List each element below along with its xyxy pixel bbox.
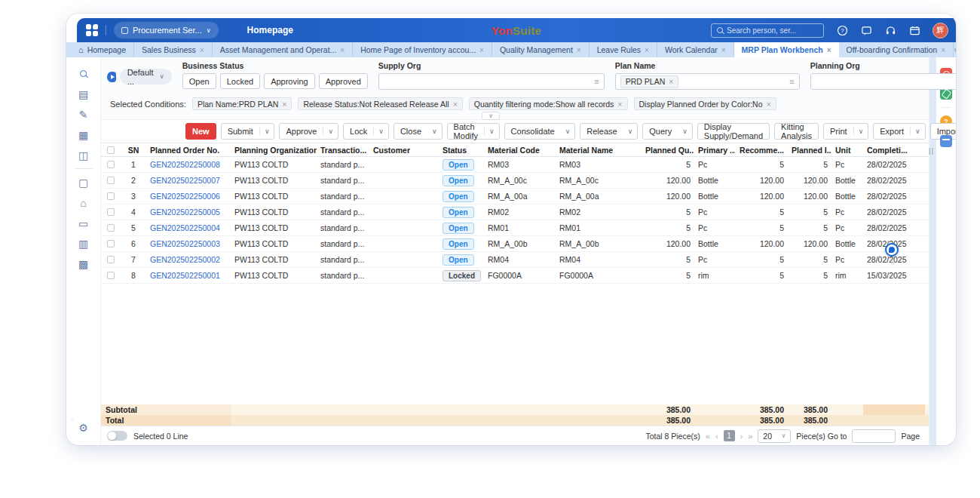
close-icon[interactable]: ×: [479, 46, 484, 54]
pencil-icon[interactable]: ✎: [73, 104, 94, 124]
table-row[interactable]: 1GEN202502250008PW113 COLTDstandard p...…: [101, 157, 929, 173]
column-header-status[interactable]: Status: [439, 146, 484, 155]
cell-order_no[interactable]: GEN202502250008: [146, 160, 231, 169]
chevron-down-icon[interactable]: ∨: [561, 128, 575, 135]
table-row[interactable]: 7GEN202502250002PW113 COLTDstandard p...…: [101, 252, 929, 268]
close-icon[interactable]: ×: [721, 46, 726, 54]
checkbox[interactable]: [107, 161, 115, 168]
close-icon[interactable]: ×: [669, 77, 673, 86]
column-header-planning-organization[interactable]: Planning Organization: [231, 146, 317, 155]
checkbox[interactable]: [107, 146, 115, 154]
new-button[interactable]: New: [185, 123, 216, 140]
vertical-scrollbar[interactable]: [929, 57, 936, 445]
page-prev-icon[interactable]: ‹: [715, 432, 718, 441]
page-first-icon[interactable]: «: [706, 432, 710, 441]
checkbox[interactable]: [107, 256, 115, 263]
close-icon[interactable]: ×: [282, 100, 286, 109]
truck-icon[interactable]: ▭: [73, 213, 94, 233]
global-search-input[interactable]: Search person, ser...: [711, 23, 824, 38]
cell-checkbox[interactable]: [101, 161, 121, 168]
cell-order_no[interactable]: GEN202502250006: [146, 192, 231, 201]
help-icon[interactable]: ?: [836, 24, 848, 36]
chevron-down-icon[interactable]: ∨: [323, 128, 338, 135]
column-header-planned-order-no[interactable]: Planned Order No.: [146, 146, 231, 155]
column-header-material-name[interactable]: Material Name: [556, 146, 642, 155]
cell-order_no[interactable]: GEN202502250001: [146, 271, 231, 280]
display-supply-demand-button[interactable]: Display Supply/Demand: [697, 123, 770, 140]
chevron-down-icon[interactable]: ∨: [910, 128, 925, 135]
close-icon[interactable]: ×: [767, 100, 771, 109]
tab-leave-rules[interactable]: Leave Rules×: [590, 42, 657, 57]
table-row[interactable]: 3GEN202502250006PW113 COLTDstandard p...…: [101, 189, 929, 204]
clipboard-icon[interactable]: ▤: [73, 84, 94, 104]
export-button[interactable]: Export∨: [873, 123, 925, 140]
submit-button[interactable]: Submit∨: [221, 123, 275, 140]
settings-gear-icon[interactable]: ⚙: [73, 417, 94, 438]
tab-sales-business[interactable]: Sales Business×: [134, 42, 213, 57]
checkbox[interactable]: [107, 240, 115, 247]
nav-title[interactable]: Homepage: [247, 25, 293, 35]
chevron-down-icon[interactable]: ∨: [427, 128, 442, 135]
close-button[interactable]: Close∨: [394, 123, 443, 140]
cell-order_no[interactable]: GEN202502250004: [146, 223, 231, 232]
table-row[interactable]: 2GEN202502250007PW113 COLTDstandard p...…: [101, 173, 929, 189]
briefcase-icon[interactable]: [940, 135, 952, 147]
checkbox[interactable]: [107, 224, 115, 232]
checkbox[interactable]: [107, 192, 115, 200]
selected-only-toggle[interactable]: [107, 431, 127, 441]
tab-work-calendar[interactable]: Work Calendar×: [657, 42, 734, 57]
table-row[interactable]: 5GEN202502250004PW113 COLTDstandard p...…: [101, 220, 929, 236]
release-button[interactable]: Release∨: [580, 123, 638, 140]
page-next-icon[interactable]: ›: [740, 432, 743, 441]
archive-icon[interactable]: ◫: [73, 145, 94, 165]
checkbox[interactable]: [107, 208, 115, 216]
cell-checkbox[interactable]: [101, 177, 121, 184]
cell-order_no[interactable]: GEN202502250003: [146, 239, 231, 248]
column-settings-icon[interactable]: |||: [929, 147, 935, 155]
drag-handle-icon[interactable]: ⠿: [890, 260, 896, 266]
cell-checkbox[interactable]: [101, 256, 121, 263]
query-button[interactable]: Query∨: [642, 123, 693, 140]
cell-checkbox[interactable]: [101, 224, 121, 232]
status-filter-locked[interactable]: Locked: [220, 73, 260, 89]
tab-mrp-plan-workbench[interactable]: MRP Plan Workbench×: [734, 42, 839, 57]
chevron-down-icon[interactable]: ∨: [259, 128, 274, 135]
tab-home-page-of-inventory-accou[interactable]: Home Page of Inventory accou...×: [353, 42, 492, 57]
file-icon[interactable]: ▢: [73, 172, 94, 192]
table-row[interactable]: 4GEN202502250005PW113 COLTDstandard p...…: [101, 204, 929, 220]
chevron-down-icon[interactable]: ∨: [623, 128, 638, 135]
checkbox[interactable]: [107, 272, 115, 279]
column-header-transactio[interactable]: Transactio...: [317, 146, 369, 155]
message-icon[interactable]: [860, 24, 872, 36]
calendar-icon[interactable]: [908, 24, 920, 36]
close-icon[interactable]: ×: [453, 100, 458, 109]
status-filter-approving[interactable]: Approving: [264, 73, 315, 89]
yonyou-logo-icon[interactable]: [86, 24, 98, 36]
column-header-unit[interactable]: Unit: [831, 146, 863, 155]
chevron-down-icon[interactable]: ∨: [373, 128, 388, 135]
tab-quality-management[interactable]: Quality Management×: [492, 42, 590, 57]
cell-order_no[interactable]: GEN202502250005: [146, 208, 231, 217]
checkbox[interactable]: [107, 177, 115, 184]
column-header-recomme[interactable]: Recomme...: [735, 146, 788, 155]
close-icon[interactable]: ×: [200, 46, 204, 54]
planning-org-input[interactable]: ≡: [810, 73, 956, 90]
column-header-sn[interactable]: SN: [121, 146, 146, 155]
close-icon[interactable]: ×: [645, 46, 649, 54]
approve-button[interactable]: Approve∨: [279, 123, 338, 140]
select-all-checkbox[interactable]: [101, 146, 121, 154]
consolidate-button[interactable]: Consolidate∨: [504, 123, 576, 140]
search-icon[interactable]: [73, 63, 94, 84]
chevron-down-icon[interactable]: ∨: [678, 128, 692, 135]
page-size-select[interactable]: 20 ∨: [758, 429, 791, 443]
column-header-completi[interactable]: Completi...: [863, 146, 925, 155]
home-icon[interactable]: ⌂: [73, 192, 94, 213]
close-icon[interactable]: ×: [941, 46, 945, 54]
table-row[interactable]: 8GEN202502250001PW113 COLTDstandard p...…: [101, 268, 929, 284]
column-header-material-code[interactable]: Material Code: [484, 146, 556, 155]
batch-modify-button[interactable]: Batch Modify∨: [447, 123, 500, 140]
tab-off-boarding-confirmation[interactable]: Off-boarding Confirmation×: [839, 42, 954, 57]
assistant-float-button[interactable]: [885, 243, 899, 257]
current-page-button[interactable]: 1: [724, 430, 735, 441]
chevron-down-icon[interactable]: ∨: [853, 128, 868, 135]
